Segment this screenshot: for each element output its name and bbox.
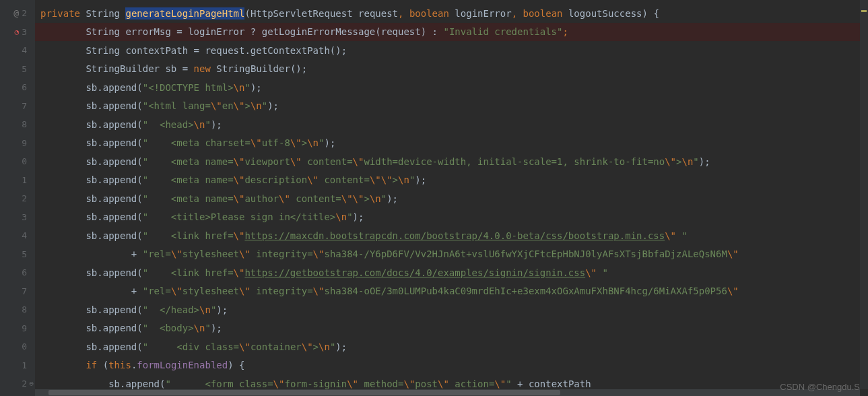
fold-icon[interactable]: ⊖ bbox=[29, 379, 34, 388]
gutter-line: 5 bbox=[0, 245, 35, 264]
gutter-line: 7 bbox=[0, 97, 35, 116]
gutter-line: 3 bbox=[0, 208, 35, 227]
error-icon: ◔ bbox=[14, 28, 19, 36]
code-line: + "rel=\"stylesheet\" integrity=\"sha384… bbox=[35, 282, 868, 301]
code-line-highlighted: String errorMsg = loginError ? getLoginE… bbox=[35, 23, 868, 42]
code-line: sb.append(" <head>\n"); bbox=[35, 115, 868, 134]
code-line: sb.append(" <div class=\"container\">\n"… bbox=[35, 337, 868, 356]
gutter-line: 2 bbox=[0, 189, 35, 208]
gutter: @2 ◔3 4 5 6 7 8 9 0 1 2 3 4 5 6 7 8 9 0 … bbox=[0, 0, 35, 396]
gutter-line: @2 bbox=[0, 4, 35, 23]
code-line: sb.append(" <link href=\"https://getboot… bbox=[35, 263, 868, 282]
code-line: + "rel=\"stylesheet\" integrity=\"sha384… bbox=[35, 245, 868, 264]
gutter-line: 6 bbox=[0, 263, 35, 282]
code-line: sb.append(" <meta charset=\"utf-8\">\n")… bbox=[35, 134, 868, 153]
gutter-line: 4 bbox=[0, 41, 35, 60]
gutter-line: 1 bbox=[0, 356, 35, 375]
gutter-line: 9 bbox=[0, 134, 35, 153]
gutter-line: ◔3 bbox=[0, 23, 35, 42]
code-line: sb.append("<html lang=\"en\">\n"); bbox=[35, 97, 868, 116]
gutter-line: 0 bbox=[0, 152, 35, 171]
gutter-line: 5 bbox=[0, 60, 35, 79]
code-line: sb.append(" <meta name=\"author\" conten… bbox=[35, 189, 868, 208]
code-line: sb.append(" <body>\n"); bbox=[35, 319, 868, 338]
code-editor[interactable]: @2 ◔3 4 5 6 7 8 9 0 1 2 3 4 5 6 7 8 9 0 … bbox=[0, 0, 868, 396]
code-line: sb.append(" </head>\n"); bbox=[35, 300, 868, 319]
gutter-line: 0 bbox=[0, 337, 35, 356]
vertical-scrollbar[interactable] bbox=[860, 0, 868, 389]
gutter-line: ⊖2 bbox=[0, 374, 35, 393]
watermark: CSDN @Chengdu.S bbox=[780, 382, 860, 392]
gutter-line: 8 bbox=[0, 115, 35, 134]
gutter-line: 6 bbox=[0, 78, 35, 97]
code-line: if (this.formLoginEnabled) { bbox=[35, 356, 868, 375]
code-line: sb.append("<!DOCTYPE html>\n"); bbox=[35, 78, 868, 97]
selected-method: generateLoginPageHtml bbox=[125, 7, 244, 20]
gutter-line: 8 bbox=[0, 300, 35, 319]
code-line: sb.append(" <title>Please sign in</title… bbox=[35, 208, 868, 227]
code-line: String contextPath = request.getContextP… bbox=[35, 41, 868, 60]
code-line: sb.append(" <link href=\"https://maxcdn.… bbox=[35, 226, 868, 245]
warning-marker[interactable] bbox=[861, 10, 867, 12]
code-line: private String generateLoginPageHtml(Htt… bbox=[35, 4, 868, 23]
gutter-line: 1 bbox=[0, 171, 35, 190]
scrollbar-thumb[interactable] bbox=[48, 390, 560, 395]
gutter-line: 4 bbox=[0, 226, 35, 245]
gutter-line: 9 bbox=[0, 319, 35, 338]
horizontal-scrollbar[interactable] bbox=[35, 389, 860, 396]
code-line: sb.append(" <meta name=\"viewport\" cont… bbox=[35, 152, 868, 171]
code-area[interactable]: private String generateLoginPageHtml(Htt… bbox=[35, 0, 868, 396]
code-line: sb.append(" <meta name=\"description\" c… bbox=[35, 171, 868, 190]
gutter-line: 7 bbox=[0, 282, 35, 301]
code-line: StringBuilder sb = new StringBuilder(); bbox=[35, 60, 868, 79]
override-icon: @ bbox=[13, 8, 19, 18]
